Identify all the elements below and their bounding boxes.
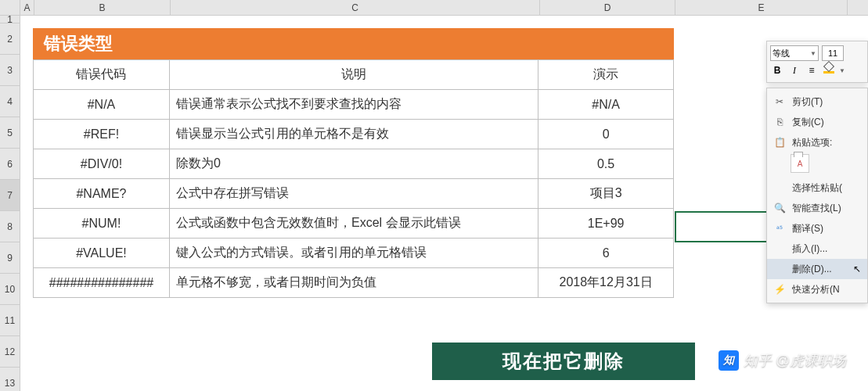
menu-quick-analysis[interactable]: ⚡ 快速分析(N [767, 279, 867, 300]
table-row: #NAME?公式中存在拼写错误项目3 [34, 179, 674, 209]
page-title: 错误类型 [33, 28, 674, 59]
row-header[interactable]: 2 [0, 23, 20, 55]
menu-smart-lookup[interactable]: 🔍 智能查找(L) [767, 198, 867, 218]
header-desc[interactable]: 说明 [169, 60, 538, 90]
row-header[interactable]: 13 [0, 368, 20, 391]
menu-label: 选择性粘贴( [792, 181, 861, 195]
row-header[interactable]: 3 [0, 55, 20, 86]
table-row: #VALUE!键入公式的方式错误。或者引用的单元格错误6 [34, 239, 674, 268]
col-header-b[interactable]: B [34, 0, 171, 15]
fill-bucket-icon [823, 64, 834, 74]
cell-desc[interactable]: 公式或函数中包含无效数值时，Excel 会显示此错误 [169, 209, 538, 239]
column-headers: A B C D E [0, 0, 868, 16]
chevron-down-icon: ▼ [810, 50, 816, 57]
header-code[interactable]: 错误代码 [34, 60, 170, 90]
row-header[interactable]: 8 [0, 211, 20, 242]
col-header-a[interactable]: A [20, 0, 34, 15]
menu-label: 快速分析(N [792, 283, 861, 296]
cell-desc[interactable]: 键入公式的方式错误。或者引用的单元格错误 [169, 239, 538, 268]
scissors-icon: ✂ [773, 95, 786, 108]
cell-desc[interactable]: 除数为0 [169, 149, 538, 179]
cell-demo[interactable]: 1E+99 [538, 209, 674, 239]
row-header[interactable]: 5 [0, 117, 20, 149]
cell-desc[interactable]: 错误显示当公式引用的单元格不是有效 [169, 120, 538, 149]
context-menu: ✂ 剪切(T) ⎘ 复制(C) 📋 粘贴选项: A 选择性粘贴( 🔍 智能查找(… [766, 88, 868, 303]
col-header-e[interactable]: E [675, 0, 848, 15]
menu-label: 插入(I)... [792, 242, 861, 256]
letter-a-icon: A [798, 160, 803, 168]
row-header[interactable]: 6 [0, 149, 20, 180]
menu-delete[interactable]: 删除(D)... ↖ [767, 259, 867, 279]
cell-code[interactable]: ############### [34, 268, 170, 298]
menu-label: 剪切(T) [792, 95, 861, 109]
menu-label: 复制(C) [792, 116, 861, 129]
table-row: #N/A错误通常表示公式找不到要求查找的内容#N/A [34, 90, 674, 120]
table-row: #DIV/0!除数为00.5 [34, 149, 674, 179]
table-row: ###############单元格不够宽，或者日期时间为负值2018年12月3… [34, 268, 674, 298]
header-demo[interactable]: 演示 [538, 60, 674, 90]
col-header-c[interactable]: C [171, 0, 540, 15]
cell-demo[interactable]: 2018年12月31日 [538, 268, 674, 298]
cell-code[interactable]: #NUM! [34, 209, 170, 239]
copy-icon: ⎘ [773, 116, 786, 128]
italic-button[interactable]: I [787, 63, 801, 77]
row-header[interactable]: 7 [0, 180, 20, 211]
cell-demo[interactable]: 6 [538, 239, 674, 268]
quick-analysis-icon: ⚡ [773, 283, 786, 296]
cell-code[interactable]: #NAME? [34, 179, 170, 209]
cursor-icon: ↖ [853, 264, 861, 274]
error-type-table: 错误代码 说明 演示 #N/A错误通常表示公式找不到要求查找的内容#N/A #R… [33, 59, 674, 298]
bold-button[interactable]: B [770, 63, 784, 77]
row-header[interactable]: 10 [0, 274, 20, 305]
table-header-row: 错误代码 说明 演示 [34, 60, 674, 90]
cell-desc[interactable]: 公式中存在拼写错误 [169, 179, 538, 209]
clipboard-icon: 📋 [773, 136, 786, 149]
cell-code[interactable]: #DIV/0! [34, 149, 170, 179]
col-header-d[interactable]: D [540, 0, 675, 15]
menu-cut[interactable]: ✂ 剪切(T) [767, 91, 867, 112]
font-name-value: 等线 [773, 48, 790, 59]
zhihu-logo-icon: 知 [719, 350, 739, 371]
menu-insert[interactable]: 插入(I)... [767, 239, 867, 259]
menu-label: 翻译(S) [792, 222, 861, 235]
cell-code[interactable]: #REF! [34, 120, 170, 149]
mini-toolbar: 等线▼ 11 B I ≡ ▼ [766, 41, 868, 83]
table-row: #NUM!公式或函数中包含无效数值时，Excel 会显示此错误1E+99 [34, 209, 674, 239]
watermark: 知 知乎 @虎课职场 [719, 350, 846, 371]
font-size-input[interactable]: 11 [822, 45, 844, 61]
row-header[interactable]: 9 [0, 242, 20, 274]
translate-icon: ᵃ⁵ [773, 222, 786, 235]
watermark-text: 知乎 @虎课职场 [744, 351, 846, 370]
chevron-down-icon: ▼ [839, 67, 845, 74]
row-header[interactable]: 4 [0, 86, 20, 117]
menu-translate[interactable]: ᵃ⁵ 翻译(S) [767, 218, 867, 239]
select-all-corner[interactable] [0, 0, 20, 15]
cell-demo[interactable]: #N/A [538, 90, 674, 120]
fill-color-button[interactable] [822, 63, 836, 77]
cell-desc[interactable]: 单元格不够宽，或者日期时间为负值 [169, 268, 538, 298]
cell-code[interactable]: #N/A [34, 90, 170, 120]
table-row: #REF!错误显示当公式引用的单元格不是有效0 [34, 120, 674, 149]
selected-cell-e7[interactable] [675, 211, 769, 242]
search-icon: 🔍 [773, 202, 786, 214]
menu-label: 删除(D)... [792, 263, 847, 276]
align-button[interactable]: ≡ [805, 63, 819, 77]
row-headers: 1 2 3 4 5 6 7 8 9 10 11 12 13 14 [0, 16, 20, 391]
cell-demo[interactable]: 项目3 [538, 179, 674, 209]
menu-copy[interactable]: ⎘ 复制(C) [767, 112, 867, 132]
cell-code[interactable]: #VALUE! [34, 239, 170, 268]
row-header[interactable]: 1 [0, 16, 20, 23]
caption-banner: 现在把它删除 [432, 343, 695, 380]
cell-demo[interactable]: 0.5 [538, 149, 674, 179]
menu-label: 粘贴选项: [792, 136, 861, 149]
paste-options: A [767, 152, 867, 178]
row-header[interactable]: 12 [0, 336, 20, 368]
menu-label: 智能查找(L) [792, 202, 861, 215]
cell-demo[interactable]: 0 [538, 120, 674, 149]
paste-default-button[interactable]: A [791, 154, 809, 173]
cell-desc[interactable]: 错误通常表示公式找不到要求查找的内容 [169, 90, 538, 120]
font-name-dropdown[interactable]: 等线▼ [770, 45, 819, 61]
row-header[interactable]: 11 [0, 305, 20, 336]
menu-paste-special[interactable]: 选择性粘贴( [767, 178, 867, 198]
menu-paste-options-header: 📋 粘贴选项: [767, 132, 867, 152]
